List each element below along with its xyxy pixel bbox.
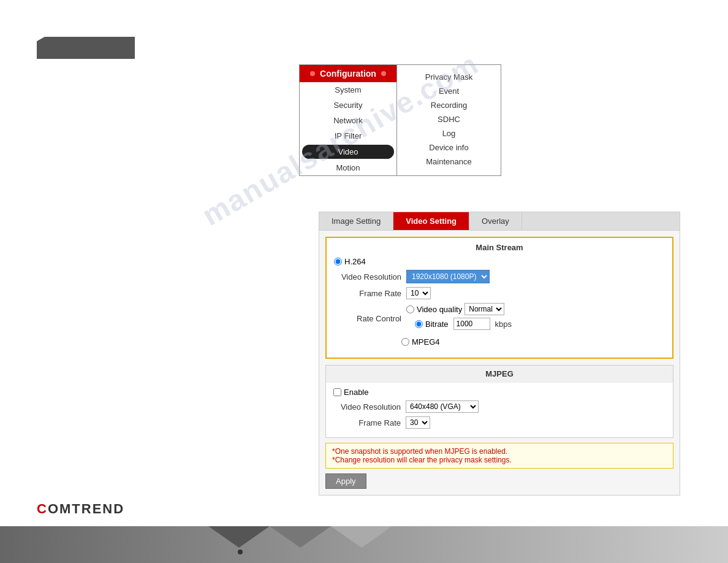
bottom-bar <box>0 526 728 563</box>
nav-left-menu: Configuration System Security Network IP… <box>299 64 397 176</box>
mpeg4-radio[interactable] <box>401 338 409 346</box>
video-quality-group: Video quality Low Normal High Best <box>406 303 512 315</box>
mjpeg-content: Enable Video Resolution 640x480 (VGA) 32… <box>326 383 673 437</box>
mpeg4-row: MPEG4 <box>334 337 665 347</box>
triangle-group <box>208 526 392 548</box>
apply-button[interactable]: Apply <box>325 473 366 489</box>
mjpeg-framerate-label: Frame Rate <box>333 418 401 427</box>
mjpeg-enable-label: Enable <box>344 388 368 397</box>
notice-box: *One snapshot is supported when MJPEG is… <box>325 443 673 469</box>
bitrate-radio[interactable] <box>415 320 423 328</box>
main-stream-box: Main Stream H.264 Video Resolution 1920x… <box>325 237 673 359</box>
tab-overlay[interactable]: Overlay <box>469 212 522 230</box>
video-quality-radio[interactable] <box>406 305 414 313</box>
triangle-light <box>331 526 392 548</box>
mjpeg-framerate-row: Frame Rate 30 25 20 15 10 <box>333 416 665 429</box>
bottom-dot <box>238 550 243 554</box>
h264-label: H.264 <box>344 257 366 266</box>
nav-header: Configuration <box>300 65 396 82</box>
nav-item-event[interactable]: Event <box>397 84 501 98</box>
triangle-dark-left <box>208 526 270 548</box>
panel-content: Main Stream H.264 Video Resolution 1920x… <box>319 231 680 495</box>
nav-item-security[interactable]: Security <box>300 98 396 113</box>
frame-rate-row: Frame Rate 10 15 20 25 30 <box>334 287 665 299</box>
bitrate-input[interactable] <box>453 318 490 330</box>
notice-line1: *One snapshot is supported when MJPEG is… <box>332 447 667 456</box>
nav-container: Configuration System Security Network IP… <box>299 64 501 176</box>
nav-item-recording[interactable]: Recording <box>397 98 501 112</box>
h264-radio[interactable] <box>334 258 342 266</box>
comtrend-logo: COMTREND <box>37 501 124 517</box>
nav-item-device-info[interactable]: Device info <box>397 140 501 155</box>
triangle-mid <box>270 526 331 548</box>
bitrate-label: Bitrate <box>425 320 449 329</box>
nav-right-menu: Privacy Mask Event Recording SDHC Log De… <box>397 64 501 176</box>
nav-item-sdhc[interactable]: SDHC <box>397 112 501 126</box>
tab-video-setting[interactable]: Video Setting <box>393 212 469 230</box>
nav-item-motion[interactable]: Motion <box>300 160 396 175</box>
mjpeg-enable-row: Enable <box>333 388 665 397</box>
notice-line2: *Change resolution will clear the privac… <box>332 456 667 464</box>
bitrate-row: Bitrate kbps <box>415 318 512 330</box>
main-stream-title: Main Stream <box>334 243 665 252</box>
nav-item-log[interactable]: Log <box>397 126 501 140</box>
tab-image-setting[interactable]: Image Setting <box>319 212 393 230</box>
frame-rate-select[interactable]: 10 15 20 25 30 <box>406 287 431 299</box>
nav-item-video[interactable]: Video <box>302 145 394 159</box>
nav-item-system[interactable]: System <box>300 82 396 98</box>
tab-bar: Image Setting Video Setting Overlay <box>319 212 680 231</box>
mpeg4-label: MPEG4 <box>412 337 440 347</box>
nav-dot-left <box>310 71 315 76</box>
kbps-label: kbps <box>495 320 512 329</box>
mjpeg-resolution-label: Video Resolution <box>333 402 401 412</box>
video-quality-select[interactable]: Low Normal High Best <box>464 303 504 315</box>
top-tab <box>37 37 135 59</box>
nav-dot-right <box>381 71 386 76</box>
h264-row: H.264 <box>334 257 665 266</box>
mjpeg-framerate-select[interactable]: 30 25 20 15 10 <box>406 416 430 429</box>
nav-item-privacy-mask[interactable]: Privacy Mask <box>397 70 501 84</box>
mjpeg-resolution-row: Video Resolution 640x480 (VGA) 320x240 (… <box>333 400 665 413</box>
rate-control-label: Rate Control <box>334 314 401 323</box>
comtrend-text: OMTREND <box>48 501 124 516</box>
main-panel: Image Setting Video Setting Overlay Main… <box>319 212 680 496</box>
mjpeg-box: MJPEG Enable Video Resolution 640x480 (V… <box>325 365 673 438</box>
video-resolution-label: Video Resolution <box>334 272 401 282</box>
nav-item-ipfilter[interactable]: IP Filter <box>300 128 396 144</box>
nav-item-maintenance[interactable]: Maintenance <box>397 155 501 169</box>
rate-control-row: Rate Control Video quality Low Normal Hi… <box>334 303 665 334</box>
triangle-dot <box>238 550 243 554</box>
frame-rate-label: Frame Rate <box>334 289 401 298</box>
mjpeg-title: MJPEG <box>326 366 673 383</box>
comtrend-c: C <box>37 501 48 516</box>
nav-title: Configuration <box>320 69 376 79</box>
nav-item-network[interactable]: Network <box>300 113 396 128</box>
mjpeg-resolution-select[interactable]: 640x480 (VGA) 320x240 (QVGA) <box>406 400 479 413</box>
video-resolution-row: Video Resolution 1920x1080 (1080P) 1280x… <box>334 270 665 283</box>
video-resolution-select[interactable]: 1920x1080 (1080P) 1280x720 (720P) 640x48… <box>406 270 490 283</box>
mjpeg-enable-checkbox[interactable] <box>333 388 341 396</box>
video-quality-label: Video quality <box>417 305 462 314</box>
